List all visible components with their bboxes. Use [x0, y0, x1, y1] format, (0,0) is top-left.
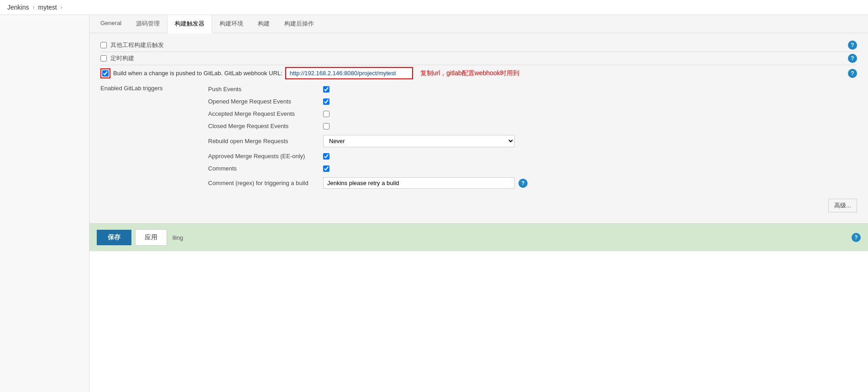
triggers-list: Push Events Opened Merge Request Events [208, 83, 857, 191]
enabled-triggers-title: Enabled GitLab triggers [100, 83, 201, 92]
closed-merge-label: Closed Merge Request Events [208, 123, 318, 129]
breadcrumb-bar: Jenkins › mytest › [0, 0, 868, 15]
rebuild-merge-row: Rebuild open Merge Requests Never On pus… [208, 132, 857, 150]
apply-button[interactable]: 应用 [135, 229, 167, 246]
comment-regex-label: Comment (regex) for triggering a build [208, 180, 318, 186]
action-bar-help-icon[interactable]: ? [852, 233, 861, 242]
polling-text: lling [173, 234, 183, 241]
opened-merge-label: Opened Merge Request Events [208, 98, 318, 105]
comment-regex-row: Comment (regex) for triggering a build ? [208, 175, 857, 191]
accepted-merge-checkbox[interactable] [323, 111, 329, 117]
action-bar: 保存 应用 lling ? [89, 223, 868, 251]
push-events-label: Push Events [208, 86, 318, 93]
tab-triggers[interactable]: 构建触发器 [167, 15, 212, 33]
main-content: General 源码管理 构建触发器 构建环境 构建 构建后操作 其他工程构建后… [0, 15, 868, 392]
scheduled-build-row: 定时构建 ? [100, 54, 857, 63]
gitlab-build-label: Build when a change is pushed to GitLab.… [113, 70, 282, 77]
tab-general[interactable]: General [93, 15, 129, 33]
other-trigger-row: 其他工程构建后触发 ? [100, 41, 857, 50]
approved-merge-label: Approved Merge Requests (EE-only) [208, 153, 318, 160]
gitlab-checkbox-wrapper [100, 68, 110, 78]
approved-merge-row: Approved Merge Requests (EE-only) [208, 150, 857, 162]
breadcrumb-mytest[interactable]: mytest [38, 4, 57, 11]
opened-merge-checkbox[interactable] [323, 98, 329, 105]
push-events-checkbox[interactable] [323, 86, 329, 93]
enabled-triggers-section: Enabled GitLab triggers Push Events Open… [100, 79, 857, 195]
gitlab-webhook-row: Build when a change is pushed to GitLab.… [100, 67, 857, 79]
push-events-row: Push Events [208, 83, 857, 95]
scheduled-build-label: 定时构建 [110, 54, 134, 62]
form-content: 其他工程构建后触发 ? 定时构建 ? [89, 33, 868, 223]
scheduled-build-help-icon[interactable]: ? [848, 54, 857, 63]
advanced-button[interactable]: 高级... [828, 199, 857, 212]
tab-env[interactable]: 构建环境 [212, 15, 251, 33]
tab-source[interactable]: 源码管理 [129, 15, 167, 33]
approved-merge-checkbox[interactable] [323, 153, 329, 160]
gitlab-webhook-url: http://192.168.2.146:8080/project/mytest [285, 67, 413, 79]
rebuild-merge-select[interactable]: Never On push to source branch On push t… [323, 135, 515, 147]
closed-merge-checkbox[interactable] [323, 123, 329, 129]
save-button[interactable]: 保存 [97, 230, 131, 245]
comments-row: Comments [208, 162, 857, 175]
comment-regex-help-icon[interactable]: ? [518, 179, 528, 188]
accepted-merge-label: Accepted Merge Request Events [208, 110, 318, 117]
closed-merge-row: Closed Merge Request Events [208, 120, 857, 132]
tab-post[interactable]: 构建后操作 [277, 15, 321, 33]
gitlab-webhook-help-icon[interactable]: ? [848, 69, 857, 78]
breadcrumb-sep-2: › [61, 4, 63, 10]
tab-navigation: General 源码管理 构建触发器 构建环境 构建 构建后操作 [89, 15, 868, 33]
opened-merge-row: Opened Merge Request Events [208, 95, 857, 108]
advanced-row: 高级... [100, 195, 857, 216]
accepted-merge-row: Accepted Merge Request Events [208, 108, 857, 120]
left-sidebar [0, 15, 89, 392]
other-trigger-checkbox[interactable] [100, 42, 107, 48]
other-trigger-help-icon[interactable]: ? [848, 41, 857, 50]
comments-label: Comments [208, 165, 318, 172]
other-trigger-label: 其他工程构建后触发 [110, 41, 164, 49]
breadcrumb-sep-1: › [32, 4, 34, 10]
config-panel: General 源码管理 构建触发器 构建环境 构建 构建后操作 其他工程构建后… [89, 15, 868, 392]
rebuild-merge-label: Rebuild open Merge Requests [208, 138, 318, 144]
comment-regex-input[interactable] [323, 177, 515, 189]
gitlab-build-checkbox[interactable] [102, 70, 109, 77]
annotation-text: 复制url，gitlab配置webhook时用到 [420, 69, 519, 77]
tab-build[interactable]: 构建 [251, 15, 277, 33]
breadcrumb-jenkins[interactable]: Jenkins [7, 4, 29, 11]
comments-checkbox[interactable] [323, 165, 329, 172]
scheduled-build-checkbox[interactable] [100, 55, 107, 62]
